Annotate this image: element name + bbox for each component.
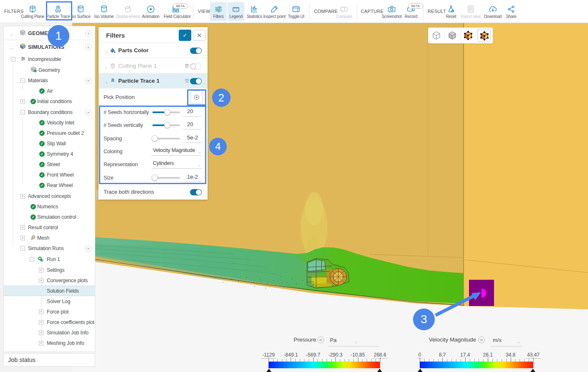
delete-icon[interactable] bbox=[184, 78, 190, 84]
sidebar-item-force-coefficients-plot[interactable]: +Force coefficients plot bbox=[4, 317, 95, 327]
filter-layer-particle-trace-1[interactable]: Particle Trace 1 bbox=[99, 73, 208, 89]
sidebar-item-simulation-job-info[interactable]: +Simulation Job Info bbox=[4, 327, 95, 338]
sidebar-item-initial-conditions[interactable]: +✓Initial conditions bbox=[4, 96, 95, 106]
filters-icon bbox=[214, 5, 223, 14]
toolbar-button-label: Share bbox=[499, 14, 523, 19]
job-status-panel[interactable]: Job status bbox=[3, 353, 95, 367]
sidebar-item-slip-wall[interactable]: ✓Slip Wall bbox=[4, 138, 95, 149]
toolbar-button-record[interactable]: RecordBETA bbox=[399, 2, 423, 21]
sidebar-item-result-control[interactable]: +Result control bbox=[4, 222, 95, 233]
sidebar-item-air[interactable]: ✓Air bbox=[4, 86, 95, 96]
check-icon: ✓ bbox=[30, 204, 36, 209]
filter-layer-cutting-plane-1[interactable]: Cutting Plane 1 bbox=[99, 58, 208, 73]
expand-icon[interactable]: + bbox=[39, 278, 43, 283]
sidebar-item-simulations[interactable]: SIMULATIONS+ bbox=[4, 42, 95, 52]
toolbar-button-import-view[interactable]: Import view bbox=[459, 2, 483, 21]
trace-both-directions-toggle[interactable] bbox=[190, 189, 202, 195]
delete-icon[interactable] bbox=[184, 63, 190, 69]
expand-icon[interactable]: + bbox=[39, 320, 43, 324]
sidebar-item-mesh[interactable]: +!Mesh bbox=[4, 233, 95, 243]
collapse-icon[interactable]: - bbox=[30, 257, 34, 261]
sidebar-item-meshing-job-info[interactable]: +Meshing Job Info bbox=[4, 338, 95, 348]
geometries-icon bbox=[20, 29, 26, 37]
expand-icon[interactable]: + bbox=[39, 341, 43, 345]
visibility-toggle[interactable] bbox=[190, 63, 202, 69]
job-status-label: Job status bbox=[8, 357, 35, 363]
sidebar-item-incompressible[interactable]: -Incompressible bbox=[4, 54, 95, 64]
visibility-toggle[interactable] bbox=[190, 78, 202, 84]
sidebar-item-numerics[interactable]: ✓Numerics bbox=[4, 201, 95, 212]
view-button-shaded-cube[interactable] bbox=[446, 29, 459, 42]
toolbar-button-compare[interactable]: Compare bbox=[332, 2, 356, 21]
check-icon: ✓ bbox=[39, 172, 45, 177]
sidebar-item-simulation-runs[interactable]: -Simulation Runs+ bbox=[4, 243, 95, 253]
sidebar-item-settings[interactable]: +Settings bbox=[4, 265, 95, 275]
add-button[interactable]: + bbox=[85, 30, 91, 36]
sidebar-item-front-wheel[interactable]: ✓Front Wheel bbox=[4, 170, 95, 180]
sidebar-item-advanced-concepts[interactable]: +Advanced concepts bbox=[4, 191, 95, 201]
sidebar-item-street[interactable]: ✓Street bbox=[4, 159, 95, 170]
sidebar-resize-grip[interactable] bbox=[96, 190, 99, 200]
sidebar-item-rear-wheel[interactable]: ✓Rear Wheel bbox=[4, 180, 95, 190]
toolbar-button-displacement[interactable]: Displacement bbox=[116, 2, 140, 21]
sidebar-item-symmetry-4[interactable]: ✓Symmetry 4 bbox=[4, 149, 95, 159]
compare-icon bbox=[340, 5, 349, 14]
view-button-colored-cube[interactable] bbox=[461, 29, 475, 42]
toolbar-button-inspect-point[interactable]: Inspect point bbox=[262, 2, 286, 21]
expand-icon[interactable]: + bbox=[20, 235, 25, 240]
sidebar-item-velocity-inlet[interactable]: ✓Velocity Inlet bbox=[4, 117, 95, 128]
add-button[interactable]: + bbox=[85, 109, 91, 115]
apply-button[interactable]: ✓ bbox=[179, 30, 191, 41]
collapse-icon[interactable]: - bbox=[20, 110, 25, 114]
sidebar-item-convergence-plots[interactable]: +Convergence plots bbox=[4, 275, 95, 286]
expand-icon[interactable]: + bbox=[39, 309, 43, 314]
toolbar-button-label: Cutting Plane bbox=[20, 14, 45, 19]
sidebar-item-label: Street bbox=[47, 162, 60, 167]
sidebar-item-solution-fields[interactable]: Solution Fields bbox=[4, 286, 95, 296]
sidebar-item-label: Air bbox=[47, 88, 53, 94]
collapse-icon[interactable]: - bbox=[20, 246, 25, 251]
toolbar-button-share[interactable]: Share bbox=[499, 2, 523, 21]
sidebar-item-materials[interactable]: -Materials+ bbox=[4, 75, 95, 86]
check-icon: ✓ bbox=[30, 214, 36, 220]
toolbar-button-field-calculator[interactable]: Field CalculatorBETA bbox=[164, 2, 188, 21]
sidebar-item-simulation-control[interactable]: ✓Simulation control bbox=[4, 212, 95, 222]
collapse-icon[interactable]: - bbox=[11, 57, 15, 61]
sidebar-item-geometry[interactable]: Geometry bbox=[4, 65, 95, 75]
expand-icon[interactable]: + bbox=[39, 268, 43, 272]
sidebar-item-run-1[interactable]: -Run 1 bbox=[4, 254, 95, 264]
particle-trace-sm-icon bbox=[109, 78, 116, 84]
add-button[interactable]: + bbox=[85, 77, 91, 84]
sidebar-item-label: Run 1 bbox=[47, 256, 60, 262]
toolbar-button-filters[interactable]: Filters bbox=[210, 2, 227, 21]
sidebar-item-solver-log[interactable]: Solver Log bbox=[4, 296, 95, 306]
view-button-colored-cube-selected[interactable] bbox=[477, 29, 491, 42]
close-button[interactable]: ✕ bbox=[193, 30, 205, 41]
add-button[interactable]: + bbox=[85, 245, 91, 251]
toolbar-button-animation[interactable]: Animation bbox=[139, 2, 163, 21]
screenshot-icon bbox=[387, 5, 396, 14]
expand-icon[interactable]: + bbox=[39, 330, 43, 335]
expand-icon[interactable]: + bbox=[20, 99, 25, 104]
toggle-knob bbox=[196, 78, 201, 84]
expand-icon[interactable]: + bbox=[20, 194, 25, 198]
view-button-wireframe-cube[interactable] bbox=[430, 29, 443, 42]
collapse-icon[interactable]: - bbox=[20, 78, 25, 83]
toolbar-button-toggle-ui[interactable]: Toggle UI bbox=[284, 2, 308, 21]
filter-layer-parts-color[interactable]: Parts Color bbox=[99, 43, 208, 58]
check-icon: ✓ bbox=[39, 141, 45, 146]
add-button[interactable]: + bbox=[85, 44, 91, 50]
toolbar-section-label-view: VIEW bbox=[198, 9, 210, 14]
expand-icon[interactable]: + bbox=[20, 225, 25, 230]
sidebar-item-force-plot[interactable]: +Force plot bbox=[4, 306, 95, 317]
visibility-toggle[interactable] bbox=[190, 48, 202, 54]
view-toolbar-separator bbox=[460, 31, 461, 40]
sidebar-item-boundary-conditions[interactable]: -Boundary conditions+ bbox=[4, 107, 95, 117]
check-icon: ✓ bbox=[39, 130, 45, 136]
toolbar-button-legend[interactable]: Legend bbox=[228, 2, 244, 21]
cutting-plane-sm-icon bbox=[109, 63, 116, 69]
toolbar-button-label: Legend bbox=[228, 14, 244, 19]
toolbar-button-iso-volume[interactable]: Iso Volume bbox=[92, 2, 116, 21]
toolbar-button-cutting-plane[interactable]: Cutting Plane bbox=[20, 2, 45, 21]
sidebar-item-pressure-outlet-2[interactable]: ✓Pressure outlet 2 bbox=[4, 128, 95, 138]
